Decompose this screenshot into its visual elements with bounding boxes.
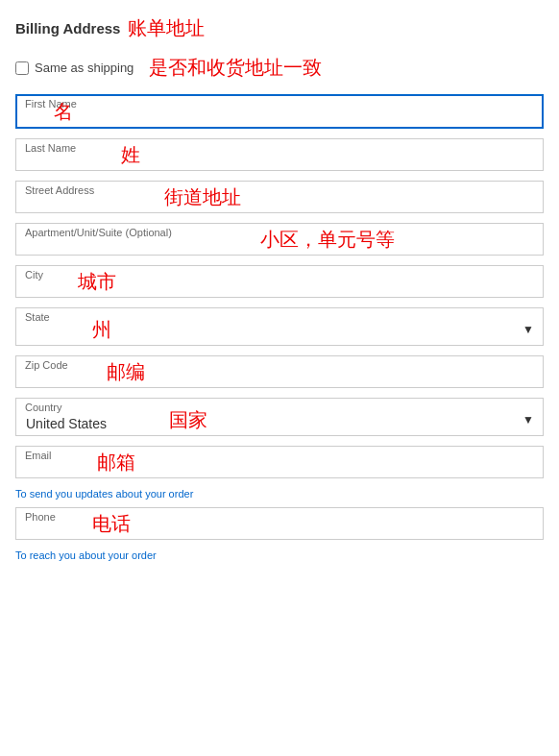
city-group: City 城市 bbox=[15, 265, 544, 298]
billing-address-label: Billing Address bbox=[15, 20, 120, 37]
email-group: Email 邮箱 bbox=[15, 446, 544, 478]
country-select[interactable]: United States bbox=[15, 398, 544, 436]
email-helper-text: To send you updates about your order bbox=[15, 488, 544, 500]
section-title: Billing Address 账单地址 bbox=[15, 15, 544, 41]
same-as-shipping-checkbox[interactable] bbox=[15, 61, 29, 75]
same-as-shipping-label[interactable]: Same as shipping bbox=[35, 61, 134, 75]
last-name-input[interactable] bbox=[15, 138, 544, 171]
billing-address-annotation: 账单地址 bbox=[128, 15, 205, 41]
zip-code-input[interactable] bbox=[15, 355, 544, 388]
city-input[interactable] bbox=[15, 265, 544, 298]
first-name-input[interactable] bbox=[15, 94, 544, 129]
apartment-group: Apartment/Unit/Suite (Optional) 小区，单元号等 bbox=[15, 223, 544, 256]
country-select-wrapper: Country United States ▼ 国家 bbox=[15, 398, 544, 436]
zip-code-group: Zip Code 邮编 bbox=[15, 355, 544, 388]
state-group: State ▼ 州 bbox=[15, 307, 544, 346]
street-address-input[interactable] bbox=[15, 181, 544, 213]
email-input[interactable] bbox=[15, 446, 544, 478]
same-as-shipping-row: Same as shipping 是否和收货地址一致 bbox=[15, 55, 544, 81]
same-as-shipping-annotation: 是否和收货地址一致 bbox=[149, 55, 322, 81]
first-name-group: First Name 名 bbox=[15, 94, 544, 129]
phone-input[interactable] bbox=[15, 507, 544, 540]
phone-helper-text: To reach you about your order bbox=[15, 549, 544, 561]
country-group: Country United States ▼ 国家 bbox=[15, 398, 544, 436]
apartment-input[interactable] bbox=[15, 223, 544, 256]
state-select-wrapper: State ▼ 州 bbox=[15, 307, 544, 346]
state-select[interactable] bbox=[15, 307, 544, 346]
phone-group: Phone 电话 bbox=[15, 507, 544, 540]
last-name-group: Last Name 姓 bbox=[15, 138, 544, 171]
street-address-group: Street Address 街道地址 bbox=[15, 181, 544, 213]
